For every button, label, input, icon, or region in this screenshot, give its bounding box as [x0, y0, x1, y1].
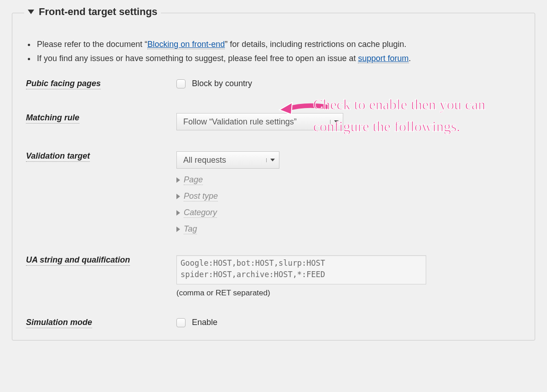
block-by-country-label: Block by country [192, 79, 252, 88]
ua-string-hint: (comma or RET separated) [176, 289, 521, 298]
bullet-icon [28, 44, 30, 46]
ua-string-textarea[interactable] [176, 255, 426, 284]
row-matching-rule: Matching rule Follow “Validation rule se… [26, 113, 521, 130]
validation-target-value: All requests [183, 155, 226, 165]
validation-target-select[interactable]: All requests [176, 151, 279, 169]
support-forum-link[interactable]: support forum [358, 54, 408, 63]
info-notes: Please refer to the document “Blocking o… [26, 40, 521, 63]
validation-target-label: Validation target [26, 151, 90, 162]
note-line-2: If you find any issues or have something… [28, 54, 521, 63]
chevron-down-icon [266, 158, 274, 162]
bullet-icon [28, 58, 30, 60]
ua-string-label: UA string and qualification [26, 255, 130, 266]
row-ua-string: UA string and qualification (comma or RE… [26, 255, 521, 298]
triangle-right-icon [176, 227, 180, 232]
row-simulation-mode: Simulation mode Enable [26, 318, 521, 328]
chevron-down-icon [330, 120, 338, 124]
triangle-right-icon [176, 194, 180, 199]
collapse-triangle-icon [28, 10, 34, 14]
simulation-enable-checkbox[interactable] [176, 318, 186, 327]
matching-rule-value: Follow “Validation rule settings” [183, 117, 297, 127]
sub-category[interactable]: Category [176, 208, 521, 218]
section-title: Front-end target settings [39, 6, 157, 18]
note-line-1: Please refer to the document “Blocking o… [28, 40, 521, 49]
public-pages-label: Pubic facing pages [26, 79, 101, 89]
section-legend[interactable]: Front-end target settings [24, 6, 161, 18]
block-by-country-checkbox[interactable] [176, 79, 186, 88]
front-end-target-settings-panel: Front-end target settings Please refer t… [12, 13, 535, 340]
blocking-frontend-link[interactable]: Blocking on front-end [147, 40, 225, 49]
sub-post-type[interactable]: Post type [176, 191, 521, 201]
row-public-facing-pages: Pubic facing pages Block by country [26, 79, 521, 89]
matching-rule-label: Matching rule [26, 113, 79, 124]
simulation-enable-label: Enable [192, 318, 217, 327]
matching-rule-select[interactable]: Follow “Validation rule settings” [176, 113, 343, 130]
triangle-right-icon [176, 177, 180, 183]
sub-tag[interactable]: Tag [176, 224, 521, 234]
row-validation-target: Validation target All requests Page Post… [26, 151, 521, 234]
triangle-right-icon [176, 210, 180, 216]
simulation-mode-label: Simulation mode [26, 318, 92, 328]
sub-page[interactable]: Page [176, 175, 521, 185]
